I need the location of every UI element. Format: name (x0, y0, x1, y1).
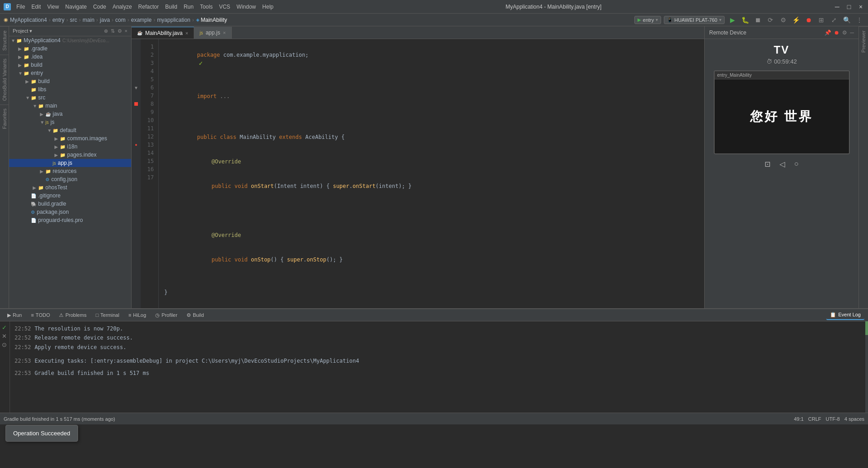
settings-panel-icon[interactable]: ⚙ (842, 30, 847, 36)
close-appjs-tab[interactable]: × (223, 30, 226, 35)
record-button[interactable]: ⏺ (804, 15, 814, 25)
sidebar-item-appjs[interactable]: js app.js (9, 159, 131, 167)
hotreload-button[interactable]: ⚡ (791, 15, 801, 25)
ohosbuild-variants-tab[interactable]: OhosBuild Variants (0, 54, 9, 104)
breadcrumb-part-4[interactable]: java (100, 17, 110, 23)
bottom-tab-build[interactable]: ⚙ Build (183, 311, 207, 320)
sidebar-icon-settings[interactable]: ⚙ (118, 28, 122, 34)
sidebar-item-js[interactable]: ▼ js js (9, 118, 131, 126)
run-config-select[interactable]: ▶ entry ▾ (634, 16, 661, 24)
tab-appjs[interactable]: js app.js × (194, 27, 232, 39)
previewer-tab[interactable]: Previewer (859, 26, 868, 56)
menu-tools[interactable]: Tools (200, 4, 213, 10)
menu-help[interactable]: Help (262, 4, 274, 10)
bottom-tab-hilog[interactable]: ≡ HiLog (125, 311, 150, 319)
sidebar-root[interactable]: ▼ 📁 MyApplication4 C:\Users\myj\DevEco..… (9, 36, 131, 44)
sidebar-item-main[interactable]: ▼ 📁 main (9, 102, 131, 110)
sidebar-item-proguard[interactable]: 📄 proguard-rules.pro (9, 216, 131, 224)
sidebar-item-package-json[interactable]: ⚙ package.json (9, 208, 131, 216)
breadcrumb-part-2[interactable]: src (70, 17, 77, 23)
sidebar-item-build-gradle[interactable]: 🐘 build.gradle (9, 200, 131, 208)
sidebar-item-default[interactable]: ▼ 📁 default (9, 126, 131, 134)
sidebar-item-gitignore[interactable]: 📄 .gitignore (9, 192, 131, 200)
menu-file[interactable]: File (16, 4, 25, 10)
close-mainability-tab[interactable]: × (185, 30, 188, 36)
breadcrumb-part-3[interactable]: main (83, 17, 94, 23)
pin-icon[interactable]: 📌 (824, 30, 831, 36)
sidebar-icon-sync[interactable]: ⇅ (111, 28, 115, 34)
structure-tab[interactable]: Structure (0, 26, 9, 54)
sidebar-item-common-images[interactable]: ▶ 📁 common.images (9, 134, 131, 143)
search-toolbar-button[interactable]: 🔍 (842, 15, 852, 25)
minimize-panel-icon[interactable]: ─ (850, 30, 854, 36)
settings-button[interactable]: ⚙ (778, 15, 788, 25)
line-ending[interactable]: CRLF (808, 416, 821, 422)
sidebar-item-gradle[interactable]: ▶ 📁 .gradle (9, 44, 131, 53)
breadcrumb-part-8[interactable]: ◈ MainAbility (196, 17, 227, 23)
log-icon-check[interactable]: ✓ (2, 324, 8, 331)
code-editor[interactable]: package com.example.myapplication; ✓ imp… (159, 39, 704, 308)
device-controls[interactable]: ⊡ ◁ ○ (765, 160, 799, 168)
record-panel-icon[interactable]: ⏺ (834, 30, 839, 36)
file-encoding[interactable]: UTF-8 (826, 416, 840, 422)
breadcrumb-part-0[interactable]: MyApplication4 (10, 17, 47, 23)
log-scroll-thumb[interactable] (865, 321, 868, 335)
sidebar-icon-add[interactable]: ⊕ (104, 28, 108, 34)
device-ctrl-home[interactable]: ○ (794, 160, 799, 168)
bottom-tab-problems[interactable]: ⚠ Problems (55, 311, 90, 320)
menu-refactor[interactable]: Refactor (138, 4, 159, 10)
sidebar-item-ohostest[interactable]: ▶ 📁 ohosTest (9, 183, 131, 192)
breakpoint-13[interactable]: ● (135, 143, 137, 147)
menu-vcs[interactable]: VCS (219, 4, 230, 10)
favorites-tab[interactable]: Favorites (0, 104, 9, 133)
menu-code[interactable]: Code (93, 4, 106, 10)
bottom-tab-todo[interactable]: ≡ TODO (27, 311, 54, 319)
sidebar-item-resources[interactable]: ▶ 📁 resources (9, 167, 131, 175)
bottom-tab-eventlog[interactable]: 📋 Event Log (826, 310, 864, 320)
device-ctrl-square[interactable]: ⊡ (765, 160, 770, 168)
sidebar-item-config-json[interactable]: ⚙ config.json (9, 175, 131, 183)
breakpoint-8[interactable]: ● (134, 102, 138, 106)
cursor-position[interactable]: 49:1 (794, 416, 804, 422)
remote-panel-header-icons[interactable]: 📌 ⏺ ⚙ ─ (824, 30, 854, 36)
menu-build[interactable]: Build (165, 4, 177, 10)
menu-view[interactable]: View (47, 4, 59, 10)
menu-run[interactable]: Run (184, 4, 194, 10)
breadcrumb-part-5[interactable]: com (115, 17, 126, 23)
indent-size[interactable]: 4 spaces (844, 416, 864, 422)
minimize-button[interactable]: ─ (834, 3, 841, 10)
fullscreen-button[interactable]: ⤢ (829, 15, 839, 25)
breadcrumb-part-7[interactable]: myapplication (157, 17, 190, 23)
layout-button[interactable]: ⊞ (816, 15, 826, 25)
sidebar-item-libs[interactable]: 📁 libs (9, 85, 131, 94)
breadcrumb-part-1[interactable]: entry (52, 17, 64, 23)
bottom-tab-profiler[interactable]: ◷ Profiler (152, 311, 181, 320)
sync-button[interactable]: ⟳ (765, 15, 775, 25)
debug-button[interactable]: 🐛 (740, 15, 750, 25)
menu-analyze[interactable]: Analyze (113, 4, 132, 10)
sidebar-item-build-entry[interactable]: ▶ 📁 build (9, 77, 131, 85)
log-icon-delete[interactable]: ✕ (2, 333, 8, 340)
sidebar-item-build-root[interactable]: ▶ 📁 build (9, 61, 131, 69)
sidebar-item-i18n[interactable]: ▶ 📁 i18n (9, 143, 131, 151)
sidebar-item-entry[interactable]: ▼ 📁 entry (9, 69, 131, 77)
fold-icon-6[interactable]: ▼ (134, 85, 138, 90)
run-button[interactable]: ▶ (727, 15, 737, 25)
menu-edit[interactable]: Edit (31, 4, 41, 10)
sidebar-icon-close[interactable]: × (125, 28, 128, 34)
sidebar-header-icons[interactable]: ⊕ ⇅ ⚙ × (104, 28, 128, 34)
menu-navigate[interactable]: Navigate (65, 4, 87, 10)
device-ctrl-back[interactable]: ◁ (780, 160, 785, 168)
bottom-tab-run[interactable]: ▶ Run (4, 311, 25, 320)
window-controls[interactable]: ─ □ × (834, 3, 864, 10)
menu-bar[interactable]: File Edit View Navigate Code Analyze Ref… (16, 4, 274, 10)
sidebar-item-src[interactable]: ▼ 📁 src (9, 94, 131, 102)
stop-button[interactable]: ⏹ (753, 15, 763, 25)
menu-window[interactable]: Window (236, 4, 256, 10)
sidebar-item-idea[interactable]: ▶ 📁 .idea (9, 53, 131, 61)
log-scrollbar[interactable] (865, 321, 868, 413)
maximize-button[interactable]: □ (845, 3, 853, 10)
sidebar-item-pages-index[interactable]: ▶ 📁 pages.index (9, 151, 131, 159)
sidebar-item-java[interactable]: ▶ ☕ java (9, 110, 131, 118)
more-button[interactable]: ⋮ (854, 15, 864, 25)
